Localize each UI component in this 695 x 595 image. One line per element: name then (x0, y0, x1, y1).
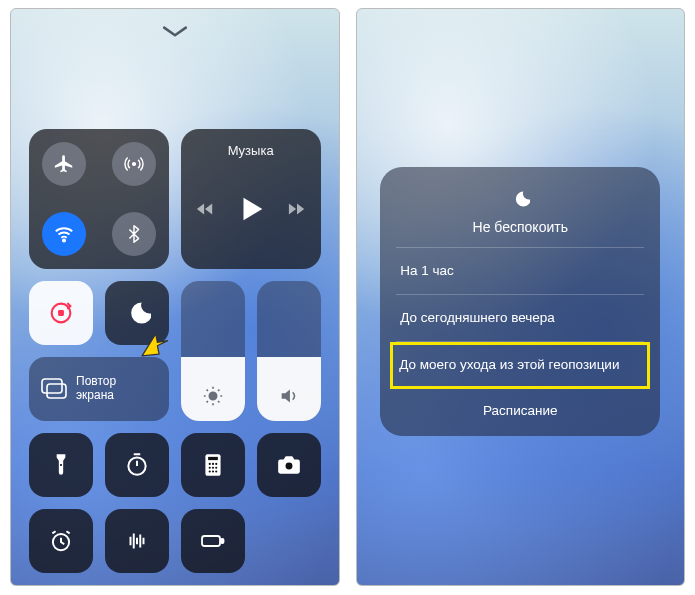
dnd-option-until-leave-location[interactable]: До моего ухода из этой геопозиции (390, 342, 650, 388)
svg-point-7 (60, 464, 62, 466)
svg-rect-4 (42, 379, 62, 393)
brightness-slider[interactable] (181, 281, 245, 421)
wifi-toggle[interactable] (42, 212, 86, 256)
dnd-panel: Не беспокоить На 1 час До сегодняшнего в… (380, 167, 660, 436)
tutorial-cursor-arrow (137, 327, 171, 361)
airplane-mode-toggle[interactable] (42, 142, 86, 186)
svg-point-19 (215, 470, 217, 472)
svg-rect-10 (208, 457, 218, 460)
svg-point-1 (63, 239, 65, 241)
connectivity-tile[interactable] (29, 129, 169, 269)
calculator-button[interactable] (181, 433, 245, 497)
svg-point-16 (215, 467, 217, 469)
flashlight-button[interactable] (29, 433, 93, 497)
svg-point-20 (285, 463, 292, 470)
svg-rect-22 (202, 536, 220, 546)
music-label: Музыка (181, 143, 321, 158)
screen-mirroring-label: Повторэкрана (76, 375, 116, 403)
low-power-button[interactable] (181, 509, 245, 573)
prev-track-button[interactable] (196, 200, 214, 222)
dnd-title: Не беспокоить (473, 219, 568, 235)
svg-point-0 (132, 163, 135, 166)
music-tile[interactable]: Музыка (181, 129, 321, 269)
play-button[interactable] (236, 194, 266, 228)
voice-memos-button[interactable] (105, 509, 169, 573)
svg-point-14 (208, 467, 210, 469)
dnd-option-1hour[interactable]: На 1 час (396, 248, 644, 295)
dnd-option-until-evening[interactable]: До сегодняшнего вечера (396, 295, 644, 342)
svg-point-12 (212, 463, 214, 465)
svg-point-18 (212, 470, 214, 472)
dnd-schedule-link[interactable]: Расписание (396, 389, 644, 418)
svg-point-6 (209, 392, 216, 399)
control-center-screen: Музыка (10, 8, 340, 586)
svg-point-13 (215, 463, 217, 465)
brightness-icon (181, 385, 245, 407)
volume-slider[interactable] (257, 281, 321, 421)
svg-point-15 (212, 467, 214, 469)
svg-rect-5 (47, 384, 66, 398)
collapse-chevron[interactable] (29, 25, 321, 39)
orientation-lock-button[interactable] (29, 281, 93, 345)
cellular-data-toggle[interactable] (112, 142, 156, 186)
next-track-button[interactable] (288, 200, 306, 222)
moon-icon (510, 189, 530, 213)
svg-rect-23 (221, 539, 224, 543)
svg-point-17 (208, 470, 210, 472)
volume-icon (257, 385, 321, 407)
svg-point-11 (208, 463, 210, 465)
svg-rect-3 (58, 310, 64, 316)
screen-mirroring-button[interactable]: Повторэкрана (29, 357, 169, 421)
dnd-options-screen: Не беспокоить На 1 час До сегодняшнего в… (356, 8, 686, 586)
camera-button[interactable] (257, 433, 321, 497)
timer-button[interactable] (105, 433, 169, 497)
alarm-button[interactable] (29, 509, 93, 573)
bluetooth-toggle[interactable] (112, 212, 156, 256)
